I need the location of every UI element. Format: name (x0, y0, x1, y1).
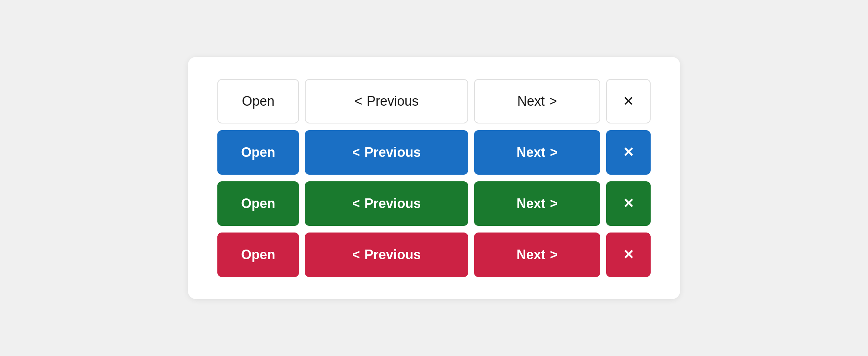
open-button-blue[interactable]: Open (217, 130, 299, 175)
open-label-white: Open (242, 95, 274, 108)
chevron-right-icon-blue: > (550, 146, 558, 159)
chevron-left-icon-white: < (354, 95, 362, 108)
next-button-red[interactable]: Next > (474, 233, 600, 277)
chevron-left-icon-green: < (352, 197, 360, 210)
next-label-white: Next (517, 95, 545, 108)
open-button-green[interactable]: Open (217, 181, 299, 226)
chevron-left-icon-red: < (352, 248, 360, 261)
close-icon-blue: ✕ (623, 146, 634, 159)
row-blue: Open < Previous Next > ✕ (217, 130, 651, 175)
previous-label-white: Previous (366, 95, 418, 108)
close-icon-white: ✕ (623, 95, 634, 108)
next-button-white[interactable]: Next > (474, 79, 600, 123)
next-button-blue[interactable]: Next > (474, 130, 600, 175)
previous-label-green: Previous (364, 197, 421, 210)
row-green: Open < Previous Next > ✕ (217, 181, 651, 226)
button-showcase-card: Open < Previous Next > ✕ Open < Previous… (188, 57, 680, 299)
row-white: Open < Previous Next > ✕ (217, 79, 651, 123)
row-red: Open < Previous Next > ✕ (217, 233, 651, 277)
next-label-blue: Next (516, 146, 545, 159)
previous-label-red: Previous (364, 248, 421, 261)
close-icon-green: ✕ (623, 197, 634, 210)
open-label-blue: Open (241, 146, 275, 159)
previous-button-green[interactable]: < Previous (305, 181, 468, 226)
chevron-left-icon-blue: < (352, 146, 360, 159)
previous-button-blue[interactable]: < Previous (305, 130, 468, 175)
close-button-red[interactable]: ✕ (606, 233, 651, 277)
previous-button-white[interactable]: < Previous (305, 79, 468, 123)
chevron-right-icon-red: > (550, 248, 558, 261)
close-button-white[interactable]: ✕ (606, 79, 651, 123)
open-button-white[interactable]: Open (217, 79, 299, 123)
open-label-green: Open (241, 197, 275, 210)
next-label-red: Next (516, 248, 545, 261)
previous-button-red[interactable]: < Previous (305, 233, 468, 277)
next-label-green: Next (516, 197, 545, 210)
close-icon-red: ✕ (623, 248, 634, 261)
open-button-red[interactable]: Open (217, 233, 299, 277)
chevron-right-icon-green: > (550, 197, 558, 210)
next-button-green[interactable]: Next > (474, 181, 600, 226)
previous-label-blue: Previous (364, 146, 421, 159)
close-button-blue[interactable]: ✕ (606, 130, 651, 175)
open-label-red: Open (241, 248, 275, 261)
chevron-right-icon-white: > (549, 95, 557, 108)
close-button-green[interactable]: ✕ (606, 181, 651, 226)
